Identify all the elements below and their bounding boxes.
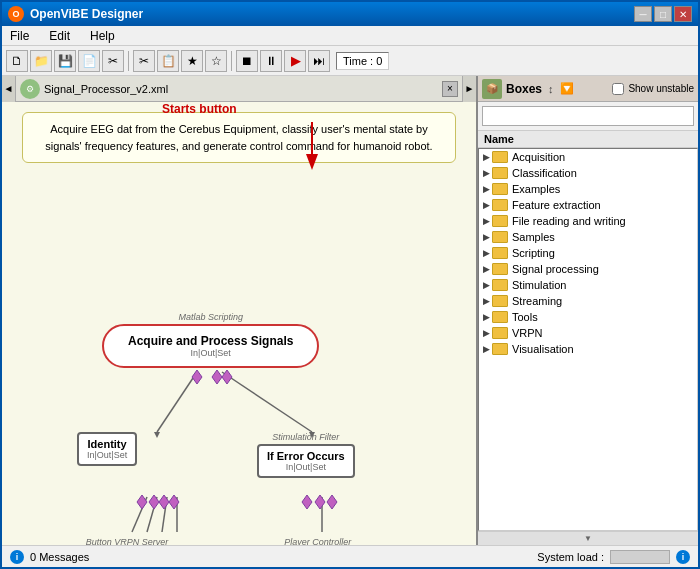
star-button[interactable]: ★ xyxy=(181,50,203,72)
tree-item-file-reading[interactable]: ▶ File reading and writing xyxy=(479,213,697,229)
identity-node-ports: In|Out|Set xyxy=(87,450,127,460)
tree-item-stimulation[interactable]: ▶ Stimulation xyxy=(479,277,697,293)
tree-arrow-streaming: ▶ xyxy=(483,296,490,306)
tree-item-label-visualisation: Visualisation xyxy=(512,343,574,355)
main-area: ◄ ⚙ Signal_Processor_v2.xml × ► Starts b… xyxy=(2,76,698,545)
svg-marker-17 xyxy=(169,495,179,509)
close-button[interactable]: ✕ xyxy=(674,6,692,22)
main-node-box[interactable]: Acquire and Process Signals In|Out|Set xyxy=(102,324,319,368)
svg-line-4 xyxy=(222,372,312,432)
system-load-label: System load : xyxy=(537,551,604,563)
stop-button[interactable]: ⏹ xyxy=(236,50,258,72)
stimulation-node-ports: In|Out|Set xyxy=(267,462,345,472)
saveas-button[interactable]: 📄 xyxy=(78,50,100,72)
svg-marker-3 xyxy=(154,432,160,438)
toolbar: 🗋 📁 💾 📄 ✂ ✂ 📋 ★ ☆ ⏹ ⏸ ▶ ⏭ Time : 0 xyxy=(2,46,698,76)
play-button[interactable]: ▶ xyxy=(284,50,306,72)
tree-item-signal-processing[interactable]: ▶ Signal processing xyxy=(479,261,697,277)
main-window: O OpenViBE Designer ─ □ ✕ File Edit Help… xyxy=(0,0,700,569)
folder-icon-stimulation xyxy=(492,279,508,291)
tree-item-classification[interactable]: ▶ Classification xyxy=(479,165,697,181)
tree-item-label-streaming: Streaming xyxy=(512,295,562,307)
cut-button[interactable]: ✂ xyxy=(102,50,124,72)
right-tab-bar: 📦 Boxes ↕ 🔽 Show unstable xyxy=(478,76,698,102)
svg-marker-15 xyxy=(149,495,159,509)
show-unstable-checkbox[interactable] xyxy=(612,83,624,95)
search-bar xyxy=(478,102,698,131)
svg-marker-12 xyxy=(212,370,222,384)
tree-arrow-visualisation: ▶ xyxy=(483,344,490,354)
svg-marker-19 xyxy=(315,495,325,509)
player-node-label: Player Controller xyxy=(267,537,368,545)
save-button[interactable]: 💾 xyxy=(54,50,76,72)
tree-item-label-acquisition: Acquisition xyxy=(512,151,565,163)
folder-icon-streaming xyxy=(492,295,508,307)
tree-item-label-feature-extraction: Feature extraction xyxy=(512,199,601,211)
tree-item-tools[interactable]: ▶ Tools xyxy=(479,309,697,325)
tree-item-vrpn[interactable]: ▶ VRPN xyxy=(479,325,697,341)
tab-nav-left[interactable]: ◄ xyxy=(2,76,16,102)
maximize-button[interactable]: □ xyxy=(654,6,672,22)
svg-line-8 xyxy=(162,497,167,532)
svg-marker-18 xyxy=(302,495,312,509)
identity-node-box[interactable]: Identity In|Out|Set xyxy=(77,432,137,466)
folder-icon-scripting xyxy=(492,247,508,259)
svg-line-2 xyxy=(157,372,197,432)
new-button[interactable]: 🗋 xyxy=(6,50,28,72)
status-bar: i 0 Messages System load : i xyxy=(2,545,698,567)
main-node-title: Acquire and Process Signals xyxy=(128,334,293,348)
player-node: Player Controller Stop Processor xyxy=(267,537,368,545)
open-button[interactable]: 📁 xyxy=(30,50,52,72)
tree-item-streaming[interactable]: ▶ Streaming xyxy=(479,293,697,309)
folder-icon-vrpn xyxy=(492,327,508,339)
tree-item-examples[interactable]: ▶ Examples xyxy=(479,181,697,197)
left-panel: ◄ ⚙ Signal_Processor_v2.xml × ► Starts b… xyxy=(2,76,478,545)
minimize-button[interactable]: ─ xyxy=(634,6,652,22)
tree-arrow-stimulation: ▶ xyxy=(483,280,490,290)
svg-marker-13 xyxy=(222,370,232,384)
tree-item-label-examples: Examples xyxy=(512,183,560,195)
tree-scroll-indicator: ▼ xyxy=(478,531,698,545)
stimulation-node-box[interactable]: If Error Occurs In|Out|Set xyxy=(257,444,355,478)
tree-item-visualisation[interactable]: ▶ Visualisation xyxy=(479,341,697,357)
stimulation-node-label: Stimulation Filter xyxy=(257,432,355,442)
fastforward-button[interactable]: ⏭ xyxy=(308,50,330,72)
tab-nav-right[interactable]: ► xyxy=(462,76,476,102)
filter-button[interactable]: 🔽 xyxy=(560,82,574,95)
time-display: Time : 0 xyxy=(336,52,389,70)
tree-item-acquisition[interactable]: ▶ Acquisition xyxy=(479,149,697,165)
menu-edit[interactable]: Edit xyxy=(45,28,74,44)
tree-item-scripting[interactable]: ▶ Scripting xyxy=(479,245,697,261)
boxes-title: Boxes xyxy=(506,82,542,96)
boxes-icon: 📦 xyxy=(482,79,502,99)
star2-button[interactable]: ☆ xyxy=(205,50,227,72)
description-box: Acquire EEG dat from the Cerebus Equipme… xyxy=(22,112,456,163)
info-icon[interactable]: i xyxy=(676,550,690,564)
tab-close-button[interactable]: × xyxy=(442,81,458,97)
tree-arrow-classification: ▶ xyxy=(483,168,490,178)
toolbar-separator-2 xyxy=(231,51,232,71)
folder-icon-samples xyxy=(492,231,508,243)
status-messages: 0 Messages xyxy=(30,551,531,563)
tree-item-samples[interactable]: ▶ Samples xyxy=(479,229,697,245)
menu-bar: File Edit Help xyxy=(2,26,698,46)
menu-file[interactable]: File xyxy=(6,28,33,44)
tree-item-label-scripting: Scripting xyxy=(512,247,555,259)
tree-arrow-samples: ▶ xyxy=(483,232,490,242)
tree-list: ▶ Acquisition ▶ Classification ▶ Example… xyxy=(478,148,698,531)
sort-button[interactable]: ↕ xyxy=(548,83,554,95)
title-bar: O OpenViBE Designer ─ □ ✕ xyxy=(2,2,698,26)
copy-button[interactable]: 📋 xyxy=(157,50,179,72)
show-unstable-label: Show unstable xyxy=(628,83,694,94)
cut2-button[interactable]: ✂ xyxy=(133,50,155,72)
folder-icon-visualisation xyxy=(492,343,508,355)
folder-icon-signal-processing xyxy=(492,263,508,275)
system-load-bar xyxy=(610,550,670,564)
search-input[interactable] xyxy=(482,106,694,126)
tree-arrow-examples: ▶ xyxy=(483,184,490,194)
tree-item-feature-extraction[interactable]: ▶ Feature extraction xyxy=(479,197,697,213)
menu-help[interactable]: Help xyxy=(86,28,119,44)
canvas-area[interactable]: Starts button Acquire EEG dat from the C… xyxy=(2,102,476,545)
pause-button[interactable]: ⏸ xyxy=(260,50,282,72)
tree-item-label-classification: Classification xyxy=(512,167,577,179)
